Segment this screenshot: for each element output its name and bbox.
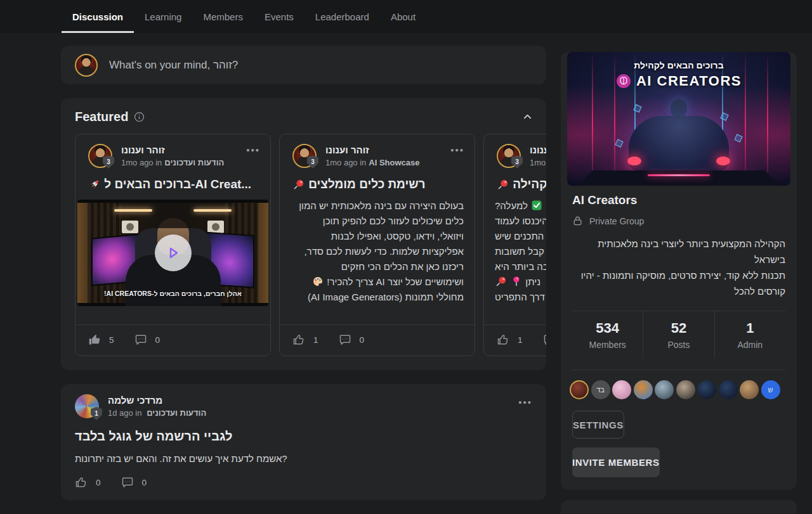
like-button[interactable]: 0 <box>75 476 101 489</box>
emoji-icon <box>495 276 507 287</box>
featured-card-footer: 10 <box>484 324 546 356</box>
member-avatar[interactable] <box>612 380 631 399</box>
body-line: כלים שיכולים לעזור לכם להפיק תוכן <box>291 214 464 229</box>
post-author-name[interactable]: מרדכי שלמה <box>108 394 206 406</box>
featured-header: Featured <box>75 110 532 124</box>
tab-leaderboard[interactable]: Leaderboard <box>304 0 380 33</box>
member-avatar[interactable] <box>570 380 589 399</box>
post-space-link[interactable]: הודעות ועדכונים <box>164 158 224 167</box>
author-name[interactable]: זוהר וענונו <box>121 144 224 155</box>
tab-discussion[interactable]: Discussion <box>62 0 134 33</box>
featured-card-footer: 10 <box>280 324 475 356</box>
stat-members[interactable]: 534Members <box>572 311 643 358</box>
author-avatar[interactable]: 3 <box>292 144 317 168</box>
member-avatar[interactable] <box>697 380 716 399</box>
comment-button[interactable]: 0 <box>339 333 365 346</box>
like-button[interactable]: 5 <box>88 333 114 346</box>
member-avatar[interactable]: ש <box>761 380 780 399</box>
featured-card-header: 3זוהר וענונו1mo ago inהודעות ועדכונים <box>75 134 270 168</box>
stat-label: Posts <box>643 340 714 350</box>
member-avatar[interactable] <box>655 380 674 399</box>
member-avatar[interactable]: בד <box>591 380 610 399</box>
chevron-up-icon[interactable] <box>523 112 532 122</box>
post-timestamp: 1mo ago in <box>325 158 366 167</box>
info-icon[interactable] <box>134 112 145 122</box>
author-name[interactable]: זוהר וענונו <box>530 144 546 155</box>
featured-card-header: 3זוהר וענונו1mo <box>484 134 546 168</box>
more-options-icon[interactable]: ••• <box>518 397 532 408</box>
emoji-icon <box>89 179 100 190</box>
post-card[interactable]: 1 מרדכי שלמה 1d ago in הודעות ועדכונים •… <box>61 384 546 500</box>
emoji-icon <box>511 276 522 287</box>
member-avatar[interactable] <box>740 380 759 399</box>
settings-button[interactable]: SETTINGS <box>572 411 624 439</box>
post-timestamp: 1mo <box>530 158 546 167</box>
member-avatar[interactable] <box>634 380 653 399</box>
play-button[interactable] <box>155 235 192 271</box>
featured-card-title[interactable]: ברוכים הבאים ל-AI Creat... <box>75 168 270 191</box>
post-header: 1 מרדכי שלמה 1d ago in הודעות ועדכונים <box>75 394 532 418</box>
composer-placeholder: What's on your mind, זוהר? <box>109 59 238 72</box>
body-line: אפליקציות שלמות. כדי לעשות לכם סדר, <box>291 244 464 259</box>
featured-cards-row: 3זוהר וענונו1mo ago inהודעות ועדכונים•••… <box>75 134 546 357</box>
member-avatar[interactable] <box>719 380 738 399</box>
author-avatar[interactable]: 3 <box>497 144 521 168</box>
video-thumbnail[interactable]: אהלן חברים, ברוכים הבאים ל-AI CREATORS! <box>77 200 268 306</box>
level-badge: 3 <box>511 155 523 169</box>
featured-card-title[interactable]: רשימת כלים מומלצים <box>280 168 475 191</box>
comment-count: 0 <box>142 478 147 487</box>
tab-about[interactable]: About <box>380 0 426 33</box>
author-block: זוהר וענונו1mo ago inAI Showcase <box>325 144 420 168</box>
post-composer[interactable]: What's on your mind, זוהר? <box>61 46 546 84</box>
more-options-icon[interactable]: ••• <box>246 145 260 155</box>
group-info-card: ברוכים הבאים לקהילת AI CREATORS AI Creat… <box>561 52 797 490</box>
tab-events[interactable]: Events <box>254 0 304 33</box>
comment-count: 0 <box>155 335 160 345</box>
sidebar: ברוכים הבאים לקהילת AI CREATORS AI Creat… <box>561 46 797 514</box>
member-avatar[interactable] <box>676 380 695 399</box>
featured-card[interactable]: 3זוהר וענונו1mo ago inהודעות ועדכונים•••… <box>75 134 271 356</box>
stat-posts[interactable]: 52Posts <box>643 311 714 358</box>
thumbs-up-icon <box>75 476 88 489</box>
thumbs-up-icon <box>292 333 305 346</box>
post-space-link[interactable]: הודעות ועדכונים <box>147 408 206 418</box>
lock-icon <box>572 215 583 226</box>
description-line: הקהילה המקצועית ביותר ליוצרי בינה מלאכות… <box>572 236 785 267</box>
comment-icon <box>339 333 351 346</box>
featured-section: Featured 3זוהר וענונו1mo ago inהודעות וע… <box>61 98 546 370</box>
invite-members-button[interactable]: INVITE MEMBERS <box>572 447 660 477</box>
thumbs-up-icon <box>88 333 101 346</box>
post-title[interactable]: לגביי הרשמה של גוגל בלבד <box>75 429 532 444</box>
level-badge: 3 <box>307 155 318 169</box>
divider <box>572 369 785 370</box>
featured-card-body: למעלה?היכנסו לעמודהתכנים שישקבל תשובותבה… <box>484 191 546 305</box>
tab-members[interactable]: Members <box>192 0 254 33</box>
body-line: התכנים שיש <box>495 229 546 244</box>
comment-button[interactable]: 0 <box>543 333 546 346</box>
group-description: הקהילה המקצועית ביותר ליוצרי בינה מלאכות… <box>572 236 785 299</box>
featured-card[interactable]: 3זוהר וענונו1mo ago inAI Showcase••• רשי… <box>279 134 475 356</box>
comment-button[interactable]: 0 <box>134 333 160 346</box>
more-options-icon[interactable]: ••• <box>450 145 464 155</box>
like-button[interactable]: 1 <box>497 333 523 346</box>
brain-logo-icon <box>616 74 631 89</box>
post-meta: 1mo ago inהודעות ועדכונים <box>121 158 224 167</box>
group-privacy: Private Group <box>572 215 785 226</box>
stat-admin[interactable]: 1Admin <box>714 311 785 358</box>
like-button[interactable]: 1 <box>292 333 318 346</box>
comment-count: 0 <box>360 335 365 345</box>
privacy-label: Private Group <box>589 216 644 226</box>
post-author-avatar[interactable]: 1 <box>75 394 99 418</box>
member-avatars-row: בדש <box>570 380 788 399</box>
featured-card-title[interactable]: קהילה <box>484 168 546 191</box>
banner-welcome-text: ברוכים הבאים לקהילת <box>567 60 790 70</box>
featured-card[interactable]: 3זוהר וענונו1mo••• קהילה למעלה?היכנסו לע… <box>483 134 546 356</box>
comment-button[interactable]: 0 <box>121 476 147 489</box>
author-avatar[interactable]: 3 <box>88 144 112 168</box>
current-user-avatar[interactable] <box>75 54 98 77</box>
main-column: What's on your mind, זוהר? Featured 3זוה… <box>61 46 546 514</box>
tab-learning[interactable]: Learning <box>134 0 192 33</box>
emoji-icon <box>312 276 324 287</box>
post-space-link[interactable]: AI Showcase <box>369 158 419 167</box>
author-name[interactable]: זוהר וענונו <box>325 144 420 155</box>
